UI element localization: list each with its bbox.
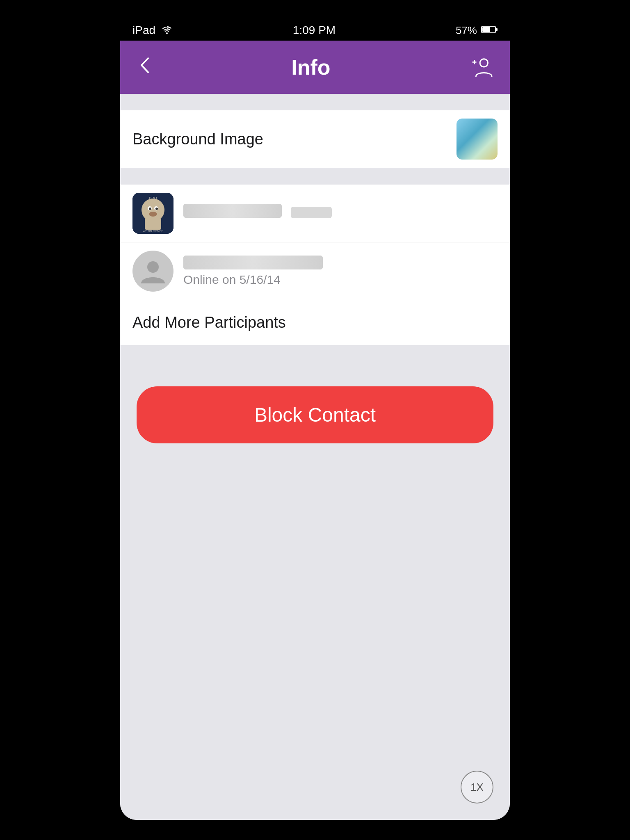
zoom-badge[interactable]: 1X [461,771,493,803]
svg-point-16 [147,261,159,273]
status-bar: iPad 1:09 PM 57% [120,20,510,41]
device-label: iPad [132,24,155,37]
add-participants-label: Add More Participants [132,314,286,331]
section-separator-top [120,94,510,110]
participant-row-2[interactable]: Online on 5/16/14 [120,242,510,300]
svg-point-5 [480,59,488,67]
avatar-generic [132,251,173,292]
status-time: 1:09 PM [293,24,336,37]
background-image-label: Background Image [132,130,263,148]
back-button[interactable] [132,51,157,84]
svg-point-7 [142,199,164,221]
svg-text:WETIN CONCE: WETIN CONCE [143,230,163,233]
add-participants-row[interactable]: Add More Participants [120,300,510,345]
participant-row-1[interactable]: BRO WETIN CONCE [120,185,510,242]
battery-percent: 57% [456,24,477,37]
svg-rect-2 [482,27,490,32]
device-frame: iPad 1:09 PM 57% [120,20,510,820]
participant-1-name-extra [291,207,332,218]
background-thumbnail[interactable] [457,119,498,160]
svg-text:BRO: BRO [149,196,157,200]
svg-rect-13 [145,218,161,230]
status-right: 57% [456,24,498,37]
background-image-row[interactable]: Background Image [120,110,510,168]
participant-1-name-row [183,204,498,221]
svg-point-10 [149,208,151,210]
wifi-icon [161,24,173,37]
block-contact-button[interactable]: Block Contact [137,386,493,443]
participant-1-name-blur [183,204,282,218]
battery-icon [481,24,498,37]
nav-bar: Info [120,41,510,94]
nav-title: Info [291,55,330,80]
svg-point-12 [149,212,157,217]
bg-gradient [457,119,498,160]
svg-rect-1 [496,28,498,31]
svg-point-11 [155,208,158,210]
participant-2-name-blur [183,256,323,269]
bottom-area: 1X [120,464,510,820]
status-left: iPad [132,24,173,37]
block-section: Block Contact [120,366,510,464]
section-separator-3 [120,345,510,366]
avatar-meme: BRO WETIN CONCE [132,193,173,234]
section-separator-2 [120,168,510,185]
participant-2-status: Online on 5/16/14 [183,273,498,287]
participant-2-info: Online on 5/16/14 [183,256,498,287]
add-contact-button[interactable] [465,51,498,84]
app-container: Info Background Image [120,41,510,820]
participant-1-info [183,204,498,223]
